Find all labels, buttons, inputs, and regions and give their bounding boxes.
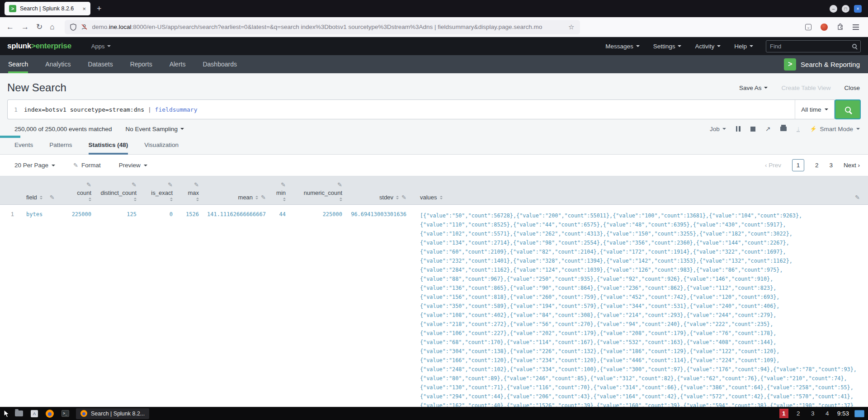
column-header-numeric-count[interactable]: ✎ numeric_count [289, 176, 346, 204]
new-tab-button[interactable]: + [97, 4, 102, 14]
cell-stdev[interactable]: 96.69413003301636 [346, 205, 410, 217]
top-menu-item[interactable]: Activity [695, 43, 721, 50]
pencil-icon[interactable]: ✎ [401, 194, 406, 201]
pencil-icon[interactable]: ✎ [855, 194, 860, 201]
next-page-button[interactable]: Next › [844, 162, 860, 169]
splunk-logo[interactable]: splunk>enterprise [7, 42, 71, 51]
back-icon[interactable]: ← [6, 23, 14, 31]
stop-icon[interactable] [750, 127, 755, 132]
bookmark-star-icon[interactable]: ☆ [568, 23, 574, 31]
pencil-icon[interactable]: ✎ [337, 181, 342, 188]
page-1-button[interactable]: 1 [792, 159, 804, 171]
query-text[interactable]: index=botsv1 sourcetype=stream:dns | fie… [24, 106, 198, 113]
find-search-box[interactable] [766, 40, 861, 52]
sort-icon[interactable] [196, 198, 199, 201]
browser-tab[interactable]: > Search | Splunk 8.2.6 × [5, 2, 90, 15]
pencil-icon[interactable]: ✎ [50, 194, 55, 201]
find-input[interactable] [770, 43, 852, 50]
window-minimize-button[interactable]: – [830, 5, 837, 13]
pencil-icon[interactable]: ✎ [194, 181, 199, 188]
tab-close-icon[interactable]: × [82, 5, 86, 12]
appnav-dashboards[interactable]: Dashboards [203, 55, 237, 73]
forward-icon[interactable]: → [21, 23, 29, 31]
sort-icon[interactable] [283, 198, 286, 201]
column-header-max[interactable]: ✎ max [176, 176, 203, 204]
cell-min[interactable]: 44 [269, 205, 289, 217]
column-header-count[interactable]: ✎ count [66, 176, 95, 204]
firefox-icon[interactable] [45, 409, 54, 418]
appnav-alerts[interactable]: Alerts [170, 55, 186, 73]
column-header-values[interactable]: values ✎ [410, 176, 868, 204]
save-as-button[interactable]: Save As [739, 85, 768, 91]
reload-icon[interactable]: ↻ [36, 23, 42, 31]
tab-statistics[interactable]: Statistics (48) [89, 137, 128, 155]
appnav-search[interactable]: Search [8, 55, 28, 73]
print-icon[interactable] [780, 127, 787, 131]
pencil-icon[interactable]: ✎ [261, 194, 266, 201]
time-range-picker[interactable]: All time [795, 99, 835, 119]
column-header-is-exact[interactable]: ✎ is_exact [140, 176, 176, 204]
sort-icon[interactable] [396, 196, 399, 199]
display-icon[interactable] [854, 410, 864, 417]
menu-hamburger-icon[interactable] [853, 24, 859, 30]
workspace-4[interactable]: 4 [823, 409, 832, 418]
taskbar-active-window[interactable]: Search | Splunk 8.2... [76, 408, 149, 419]
close-button[interactable]: Close [844, 85, 860, 91]
url-bar[interactable]: demo.ine.local:8000/en-US/app/search/sea… [65, 20, 580, 34]
preview-dropdown[interactable]: Preview [119, 162, 147, 169]
text-editor-icon[interactable]: A [30, 409, 39, 418]
workspace-2[interactable]: 2 [794, 409, 803, 418]
column-header-distinct-count[interactable]: ✎ distinct_count [95, 176, 140, 204]
column-header-stdev[interactable]: stdev✎ [346, 176, 410, 204]
page-3-button[interactable]: 3 [829, 162, 833, 169]
terminal-icon[interactable]: >_ [61, 409, 70, 418]
sort-icon[interactable] [40, 196, 42, 199]
search-submit-button[interactable] [835, 99, 861, 119]
appnav-analytics[interactable]: Analytics [45, 55, 71, 73]
pencil-icon[interactable]: ✎ [281, 181, 286, 188]
search-query-input[interactable]: 1 index=botsv1 sourcetype=stream:dns | f… [7, 99, 795, 119]
cell-max[interactable]: 1526 [176, 205, 203, 217]
sort-icon[interactable] [340, 198, 342, 201]
tab-visualization[interactable]: Visualization [144, 137, 179, 155]
sort-icon[interactable] [440, 196, 443, 199]
share-icon[interactable]: ↗ [765, 125, 771, 132]
appnav-reports[interactable]: Reports [130, 55, 152, 73]
smart-mode-dropdown[interactable]: ⚡Smart Mode [810, 126, 860, 132]
per-page-dropdown[interactable]: 20 Per Page [14, 162, 55, 169]
tab-events[interactable]: Events [14, 137, 33, 155]
pencil-icon[interactable]: ✎ [132, 181, 137, 188]
tab-patterns[interactable]: Patterns [49, 137, 72, 155]
extensions-puzzle-icon[interactable] [837, 24, 844, 30]
apps-menu[interactable]: Apps [91, 43, 111, 50]
extension-icon[interactable] [821, 24, 828, 31]
page-2-button[interactable]: 2 [815, 162, 819, 169]
cell-distinct-count[interactable]: 125 [95, 205, 140, 217]
pause-icon[interactable] [736, 126, 741, 132]
window-close-button[interactable]: × [854, 5, 862, 13]
cell-is-exact[interactable]: 0 [140, 205, 176, 217]
cell-values[interactable]: [{"value":"50","count":56728},{"value":"… [410, 205, 868, 410]
column-header-mean[interactable]: mean✎ [203, 176, 269, 204]
workspace-1[interactable]: 1 [779, 409, 788, 418]
export-icon[interactable]: ↓ [797, 126, 800, 132]
column-header-field[interactable]: field [26, 194, 42, 201]
cell-field[interactable]: bytes [20, 205, 66, 217]
event-sampling-dropdown[interactable]: No Event Sampling [125, 126, 184, 132]
sort-icon[interactable] [255, 196, 258, 199]
prev-page-button[interactable]: ‹ Prev [765, 162, 781, 169]
sort-icon[interactable] [170, 198, 173, 201]
file-manager-icon[interactable] [14, 409, 24, 418]
library-icon[interactable]: ⌄ [805, 24, 811, 30]
sort-icon[interactable] [89, 198, 91, 201]
workspace-3[interactable]: 3 [808, 409, 817, 418]
home-icon[interactable]: ⌂ [50, 23, 54, 31]
top-menu-item[interactable]: Settings [653, 43, 682, 50]
top-menu-item[interactable]: Messages [605, 43, 640, 50]
app-badge[interactable]: > Search & Reporting [784, 55, 860, 73]
format-button[interactable]: ✎Format [73, 162, 101, 169]
create-table-view-button[interactable]: Create Table View [781, 85, 830, 91]
cell-numeric-count[interactable]: 225000 [289, 205, 346, 217]
tracking-shield-icon[interactable] [70, 24, 76, 31]
job-menu[interactable]: Job [710, 126, 726, 132]
